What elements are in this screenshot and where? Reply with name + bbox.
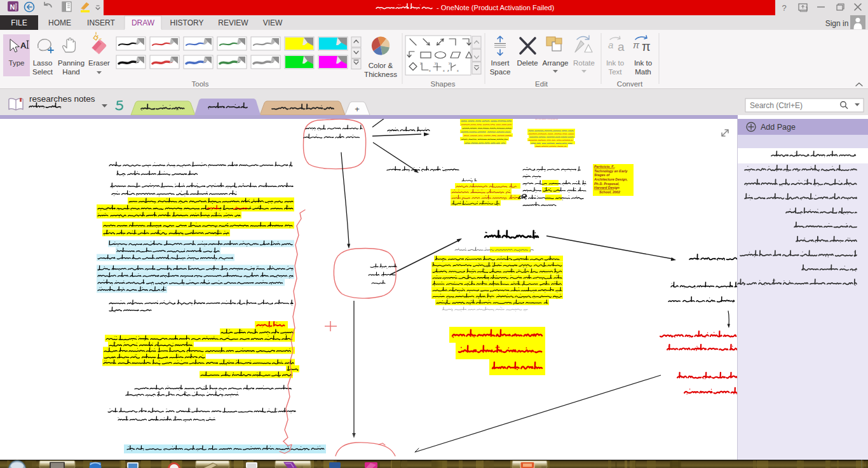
svg-text:Insert: Insert <box>491 59 510 67</box>
svg-text:A: A <box>20 41 27 50</box>
svg-text:a: a <box>608 39 613 50</box>
svg-text:Arrange: Arrange <box>543 59 569 67</box>
svg-text:a: a <box>618 40 625 53</box>
svg-text:Select: Select <box>32 68 53 76</box>
svg-text:Architecture Design,: Architecture Design, <box>593 177 628 181</box>
svg-text:HISTORY: HISTORY <box>170 18 204 27</box>
svg-text:VIEW: VIEW <box>263 18 283 27</box>
svg-text:Search (Ctrl+E): Search (Ctrl+E) <box>750 101 803 110</box>
svg-text:Ink to: Ink to <box>606 59 624 67</box>
svg-text:Hand: Hand <box>62 68 80 76</box>
svg-text:Eraser: Eraser <box>88 59 110 67</box>
svg-text:π: π <box>642 39 651 53</box>
svg-text:Type: Type <box>9 59 25 67</box>
svg-text:Color &: Color & <box>369 62 393 69</box>
svg-text:Ph.D. Proposal,: Ph.D. Proposal, <box>594 182 620 186</box>
svg-text:Technology an Early: Technology an Early <box>594 169 628 173</box>
svg-text:x: x <box>457 69 459 72</box>
svg-text:y: y <box>449 61 451 65</box>
svg-text:Edit: Edit <box>535 80 548 88</box>
svg-text:Space: Space <box>490 68 511 76</box>
svg-text:INSERT: INSERT <box>87 18 115 27</box>
svg-text:Particicio, F.,: Particicio, F., <box>594 165 615 169</box>
svg-text:y: y <box>420 61 422 65</box>
svg-text:x: x <box>443 69 445 72</box>
svg-text:Ink to: Ink to <box>634 59 652 67</box>
svg-text:Thickness: Thickness <box>364 71 397 78</box>
svg-text:Stages of: Stages of <box>594 173 610 177</box>
svg-text:?: ? <box>782 3 786 13</box>
svg-text:Sign in: Sign in <box>825 19 849 28</box>
svg-text:Panning: Panning <box>58 59 85 67</box>
svg-text:Harvard Design: Harvard Design <box>594 186 620 189</box>
svg-text:DRAW: DRAW <box>132 18 155 27</box>
svg-text:x: x <box>429 69 431 72</box>
svg-text:Lasso: Lasso <box>33 59 53 67</box>
svg-text:Add Page: Add Page <box>761 123 796 132</box>
svg-text:z: z <box>447 69 449 72</box>
svg-text:Delete: Delete <box>517 59 538 67</box>
svg-text:HOME: HOME <box>48 18 71 27</box>
svg-text:π: π <box>633 39 640 50</box>
svg-text:School, 2002: School, 2002 <box>599 190 620 194</box>
svg-text:y: y <box>435 61 437 65</box>
svg-text:Convert: Convert <box>617 80 643 88</box>
svg-text:researches notes: researches notes <box>29 94 95 104</box>
svg-text:N: N <box>10 3 15 11</box>
svg-text:Text: Text <box>608 68 622 76</box>
svg-text:Rotate: Rotate <box>573 59 595 67</box>
svg-text:+: + <box>355 104 360 114</box>
svg-text:REVIEW: REVIEW <box>218 18 248 27</box>
svg-text:Tools: Tools <box>192 80 209 88</box>
svg-text:Shapes: Shapes <box>430 80 455 88</box>
svg-text:Math: Math <box>635 68 651 76</box>
svg-text:- OneNote (Product Activation: - OneNote (Product Activation Failed) <box>437 4 555 11</box>
svg-text:FILE: FILE <box>11 18 27 27</box>
